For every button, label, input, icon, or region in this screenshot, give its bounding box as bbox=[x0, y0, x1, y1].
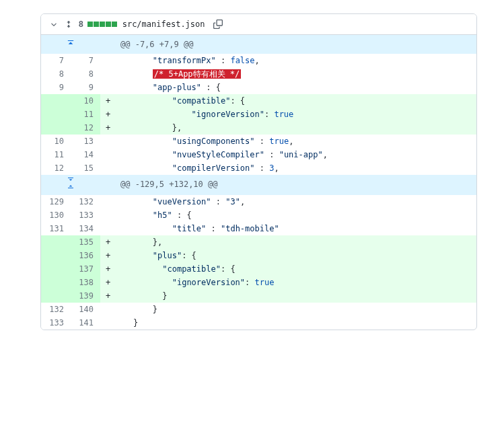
diff-line-add: 10+ "compatible": { bbox=[41, 94, 476, 108]
diff-table: @@ -7,6 +7,9 @@ 77 "transformPx" : false… bbox=[41, 35, 476, 330]
diff-line-add: 138+ "ignoreVersion": true bbox=[41, 276, 476, 289]
diffstat-blocks bbox=[87, 22, 117, 27]
hunk-header: @@ -7,6 +7,9 @@ bbox=[41, 35, 476, 54]
svg-rect-2 bbox=[68, 188, 73, 188]
diff-line-add: 135+ }, bbox=[41, 235, 476, 249]
file-header: 8 src/manifest.json bbox=[41, 14, 476, 35]
hunk-header: @@ -129,5 +132,10 @@ bbox=[41, 175, 476, 195]
svg-rect-0 bbox=[68, 40, 73, 41]
diff-line: 133141 } bbox=[41, 316, 476, 330]
diff-line: 99 "app-plus" : { bbox=[41, 81, 476, 94]
diff-line-add: 136+ "plus": { bbox=[41, 249, 476, 262]
collapse-toggle[interactable] bbox=[49, 20, 59, 29]
diff-line: 1013 "usingComponents" : true, bbox=[41, 135, 476, 148]
expand-both-icon[interactable] bbox=[41, 178, 100, 188]
diff-line-add: 11+ "ignoreVersion": true bbox=[41, 108, 476, 121]
diff-line-add: 139+ } bbox=[41, 289, 476, 303]
diff-line-add: 12+ }, bbox=[41, 121, 476, 135]
diff-line: 130133 "h5" : { bbox=[41, 208, 476, 222]
copy-path-button[interactable] bbox=[213, 20, 223, 29]
diffstat: 8 bbox=[79, 20, 117, 29]
file-path[interactable]: src/manifest.json bbox=[122, 20, 205, 29]
diff-line: 129132 "vueVersion" : "3", bbox=[41, 195, 476, 208]
diff-line: 77 "transformPx" : false, bbox=[41, 54, 476, 67]
diff-file: 8 src/manifest.json @@ -7,6 +7,9 @@ 77 bbox=[40, 13, 477, 330]
diff-line: 88 /* 5+App特有相关 */ bbox=[41, 67, 476, 81]
hunk-text: @@ -7,6 +7,9 @@ bbox=[114, 35, 476, 54]
svg-rect-1 bbox=[68, 178, 73, 178]
diff-line: 1215 "compilerVersion" : 3, bbox=[41, 161, 476, 175]
diff-line: 131134 "title" : "tdh-mobile" bbox=[41, 222, 476, 235]
diff-line-add: 137+ "compatible": { bbox=[41, 262, 476, 276]
diff-line: 1114 "nvueStyleCompiler" : "uni-app", bbox=[41, 148, 476, 161]
expand-all-icon[interactable] bbox=[64, 20, 73, 29]
expand-up-icon[interactable] bbox=[41, 40, 100, 47]
additions-count: 8 bbox=[79, 20, 83, 29]
diff-line: 132140 } bbox=[41, 303, 476, 316]
hunk-text: @@ -129,5 +132,10 @@ bbox=[114, 175, 476, 195]
